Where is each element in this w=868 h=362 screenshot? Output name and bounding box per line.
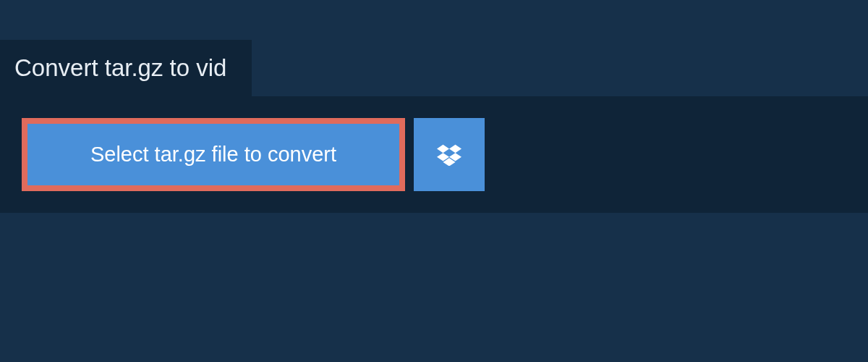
page-title: Convert tar.gz to vid [14, 54, 226, 82]
dropbox-icon [437, 144, 461, 166]
select-file-label: Select tar.gz file to convert [90, 143, 336, 167]
button-row: Select tar.gz file to convert [22, 118, 846, 191]
tab-header[interactable]: Convert tar.gz to vid [0, 40, 252, 96]
dropbox-button[interactable] [414, 118, 485, 191]
select-file-button[interactable]: Select tar.gz file to convert [22, 118, 405, 191]
main-panel: Select tar.gz file to convert [0, 96, 868, 213]
